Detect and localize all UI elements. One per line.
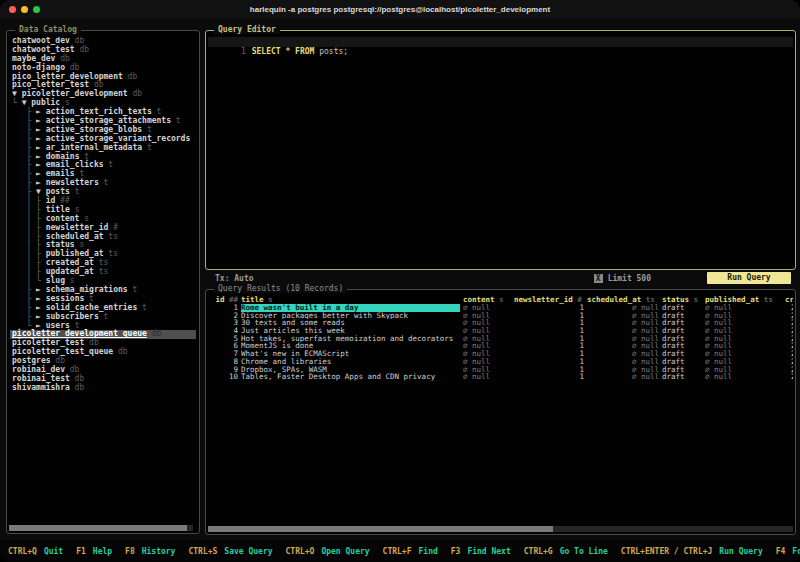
table-cell[interactable]: ∅ null <box>705 350 782 358</box>
table-cell[interactable]: ∅ null <box>705 327 782 335</box>
table-cell[interactable]: ∅ null <box>463 327 511 335</box>
table-cell[interactable]: ∅ null <box>587 319 659 327</box>
table-cell[interactable]: draft <box>662 342 702 350</box>
table-cell[interactable]: Chrome and libraries <box>241 358 460 366</box>
run-query-button[interactable]: Run Query <box>707 272 791 284</box>
table-cell[interactable]: ∅ null <box>705 304 782 312</box>
column-header-content[interactable]: content s <box>463 295 511 304</box>
table-cell[interactable]: ∅ null <box>587 304 659 312</box>
collapsed-icon[interactable]: ► <box>36 169 46 178</box>
footer-shortcut[interactable]: CTRL+ENTER / CTRL+JRun Query <box>621 547 763 556</box>
footer-shortcut[interactable]: CTRL+SSave Query <box>188 547 272 556</box>
table-cell[interactable]: 2025 <box>785 304 793 312</box>
collapsed-icon[interactable]: ► <box>36 312 46 321</box>
column-header-title[interactable]: title s <box>241 295 460 304</box>
table-cell[interactable]: 2024 <box>785 342 793 350</box>
collapsed-icon[interactable]: ► <box>36 178 46 187</box>
catalog-item[interactable]: shivammishra db <box>10 384 196 393</box>
table-cell[interactable]: 2024 <box>785 335 793 343</box>
footer-shortcut[interactable]: CTRL+GGo To Line <box>524 547 608 556</box>
table-cell[interactable]: 5 <box>212 335 238 343</box>
table-cell[interactable]: ∅ null <box>587 335 659 343</box>
table-cell[interactable]: 2025 <box>785 319 793 327</box>
table-row[interactable]: 9Dropbox, SPAs, WASM∅ null1∅ nulldraft∅ … <box>208 366 793 374</box>
table-cell[interactable]: ∅ null <box>463 373 511 381</box>
table-cell[interactable]: 3 <box>212 319 238 327</box>
table-row[interactable]: 330 texts and some reads∅ null1∅ nulldra… <box>208 319 793 327</box>
collapsed-icon[interactable]: ► <box>36 303 46 312</box>
table-row[interactable]: 2Discover packages better with Skypack∅ … <box>208 312 793 320</box>
limit-checkbox[interactable]: X <box>594 274 603 283</box>
collapsed-icon[interactable]: ► <box>36 285 46 294</box>
query-line[interactable]: 1SELECT * FROM posts; <box>208 37 793 47</box>
collapsed-icon[interactable]: ► <box>36 143 46 152</box>
table-cell[interactable]: draft <box>662 335 702 343</box>
table-cell[interactable]: 1 <box>514 319 584 327</box>
table-cell[interactable]: ∅ null <box>463 319 511 327</box>
table-cell[interactable]: ∅ null <box>705 366 782 374</box>
column-header-crea[interactable]: crea <box>785 295 793 304</box>
results-hscrollbar-thumb[interactable] <box>208 526 553 532</box>
table-cell[interactable]: 30 texts and some reads <box>241 319 460 327</box>
table-cell[interactable]: Dropbox, SPAs, WASM <box>241 366 460 374</box>
table-cell[interactable]: Tables, Faster Desktop Apps and CDN priv… <box>241 373 460 381</box>
expanded-icon[interactable]: ▼ <box>22 98 32 107</box>
table-cell[interactable]: Hot takes, superfast memoization and dec… <box>241 335 460 343</box>
table-cell[interactable]: ∅ null <box>705 312 782 320</box>
table-cell[interactable]: draft <box>662 304 702 312</box>
table-cell[interactable]: 10 <box>212 373 238 381</box>
table-cell[interactable]: Discover packages better with Skypack <box>241 312 460 320</box>
table-cell[interactable]: ∅ null <box>463 304 511 312</box>
table-cell[interactable]: ∅ null <box>587 342 659 350</box>
table-cell[interactable]: 7 <box>212 350 238 358</box>
table-cell[interactable]: 6 <box>212 342 238 350</box>
table-row[interactable]: 4Just articles this week∅ null1∅ nulldra… <box>208 327 793 335</box>
table-cell[interactable]: 1 <box>514 366 584 374</box>
minimize-button[interactable] <box>21 6 28 13</box>
table-cell[interactable]: 1 <box>514 312 584 320</box>
column-header-scheduled_at[interactable]: scheduled_at ts <box>587 295 659 304</box>
table-cell[interactable]: ∅ null <box>705 373 782 381</box>
table-cell[interactable]: draft <box>662 319 702 327</box>
collapsed-icon[interactable]: ► <box>36 294 46 303</box>
table-cell[interactable]: ∅ null <box>587 327 659 335</box>
table-cell[interactable]: Rome wasn't built in a day <box>241 304 460 312</box>
table-cell[interactable]: 2025 <box>785 312 793 320</box>
column-header-id[interactable]: id ## <box>212 295 238 304</box>
table-cell[interactable]: draft <box>662 366 702 374</box>
table-row[interactable]: 7What's new in ECMAScript∅ null1∅ nulldr… <box>208 350 793 358</box>
table-cell[interactable]: ∅ null <box>463 358 511 366</box>
table-cell[interactable]: draft <box>662 350 702 358</box>
table-cell[interactable]: ∅ null <box>463 350 511 358</box>
table-cell[interactable]: 2024 <box>785 373 793 381</box>
zoom-button[interactable] <box>33 6 40 13</box>
table-cell[interactable]: What's new in ECMAScript <box>241 350 460 358</box>
footer-shortcut[interactable]: F3Find Next <box>451 547 511 556</box>
query-editor-panel[interactable]: Query Editor 1SELECT * FROM posts; <box>205 30 796 270</box>
footer-shortcut[interactable]: CTRL+FFind <box>383 547 438 556</box>
table-cell[interactable]: draft <box>662 358 702 366</box>
table-row[interactable]: 1Rome wasn't built in a day∅ null1∅ null… <box>208 304 793 312</box>
table-row[interactable]: 6MomentJS is done∅ null1∅ nulldraft∅ nul… <box>208 342 793 350</box>
collapsed-icon[interactable]: ► <box>36 134 46 143</box>
table-cell[interactable]: ∅ null <box>587 350 659 358</box>
table-cell[interactable]: ∅ null <box>587 312 659 320</box>
table-cell[interactable]: 1 <box>212 304 238 312</box>
table-cell[interactable]: 8 <box>212 358 238 366</box>
table-cell[interactable]: draft <box>662 373 702 381</box>
table-cell[interactable]: ∅ null <box>463 335 511 343</box>
table-cell[interactable]: ∅ null <box>587 358 659 366</box>
transaction-mode-button[interactable]: Tx: Auto <box>215 274 254 283</box>
catalog-hscrollbar[interactable] <box>9 525 193 531</box>
footer-shortcut[interactable]: F8History <box>125 547 175 556</box>
table-cell[interactable]: 1 <box>514 358 584 366</box>
table-cell[interactable]: ∅ null <box>587 366 659 374</box>
table-cell[interactable]: 1 <box>514 304 584 312</box>
footer-shortcut[interactable]: CTRL+QQuit <box>8 547 63 556</box>
table-cell[interactable]: 2024 <box>785 358 793 366</box>
table-cell[interactable]: 9 <box>212 366 238 374</box>
table-cell[interactable]: ∅ null <box>705 358 782 366</box>
table-cell[interactable]: ∅ null <box>587 373 659 381</box>
table-cell[interactable]: 4 <box>212 327 238 335</box>
table-cell[interactable]: 2024 <box>785 327 793 335</box>
